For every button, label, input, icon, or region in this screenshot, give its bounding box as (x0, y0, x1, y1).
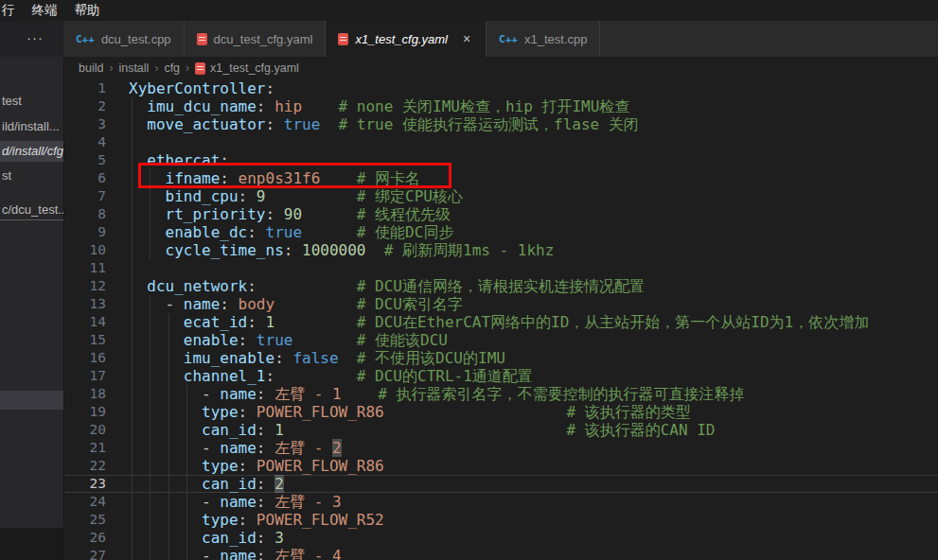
menu-item-2[interactable]: 帮助 (66, 0, 109, 21)
breadcrumb-segment-1[interactable]: install (118, 61, 149, 75)
indent-guide (186, 547, 187, 560)
token: true (247, 331, 292, 349)
indent-guide (168, 385, 169, 403)
line-number: 8 (64, 205, 106, 223)
code-line[interactable]: 16 imu_enable: false # 不使用该DCU的IMU (64, 349, 938, 367)
code-line[interactable]: 2 imu_dcu_name: hip # none 关闭IMU检查，hip 打… (64, 97, 938, 115)
token: : (266, 79, 275, 97)
indent-guide (150, 529, 150, 547)
line-content: enable: true # 使能该DCU (129, 331, 938, 349)
code-line[interactable]: 9 enable_dc: true # 使能DC同步 (64, 223, 938, 241)
line-content: - name: 左臂 - 4 (129, 547, 938, 560)
indent-guide (132, 403, 133, 421)
code-line[interactable]: 22 type: POWER_FLOW_R86 (64, 457, 938, 475)
token: enable_dc (129, 223, 247, 241)
token: # 刷新周期1ms - 1khz (365, 241, 554, 259)
editor[interactable]: build›install›cfg›x1_test_cfg.yaml 1Xybe… (63, 57, 938, 560)
tab-dcu_test_cfg_yaml[interactable]: dcu_test_cfg.yaml (185, 21, 327, 57)
indent-guide (150, 439, 150, 457)
sidebar-item-5[interactable]: c/dcu_test... (0, 200, 63, 220)
token: 左臂 - (266, 439, 333, 457)
code-line[interactable]: 8 rt_priority: 90 # 线程优先级 (64, 205, 938, 223)
code-line[interactable]: 14 ecat_id: 1 # DCU在EtherCAT网络中的ID，从主站开始… (64, 313, 938, 331)
code-line[interactable]: 24 - name: 左臂 - 3 (64, 493, 938, 511)
indent-guide (132, 385, 133, 403)
token: # 不使用该DCU的IMU (339, 349, 505, 367)
code-line[interactable]: 10 cycle_time_ns: 1000000 # 刷新周期1ms - 1k… (64, 241, 938, 259)
indent-guide (150, 457, 150, 475)
sidebar-highlight-band[interactable] (0, 391, 63, 410)
token: # 绑定CPU核心 (266, 187, 464, 205)
code-line[interactable]: 4 (64, 133, 938, 151)
indent-guide (132, 439, 133, 457)
code-line[interactable]: 5 ethercat: (64, 151, 938, 169)
line-content: XyberController: (129, 79, 938, 97)
tab-x1_test_cpp[interactable]: C++x1_test.cpp (487, 21, 600, 57)
token: : (247, 223, 257, 241)
line-content: type: POWER_FLOW_R52 (129, 511, 938, 529)
token: # none 关闭IMU检查，hip 打开IMU检查 (302, 97, 629, 115)
code-line[interactable]: 11 (64, 259, 938, 277)
code-line[interactable]: 3 move_actuator: true # true 使能执行器运动测试，f… (64, 115, 938, 133)
breadcrumb-segment-2[interactable]: cfg (164, 61, 180, 75)
indent-guide (132, 457, 133, 475)
line-content: can_id: 3 (129, 529, 938, 547)
more-actions-icon[interactable]: ··· (27, 29, 44, 45)
indent-guide (132, 169, 133, 187)
sidebar-item-4[interactable]: st (0, 166, 63, 186)
token: 左臂 - 1 (266, 385, 342, 403)
code-line[interactable]: 23 can_id: 2 (64, 475, 938, 493)
indent-guide (132, 313, 133, 331)
code-line[interactable]: 7 bind_cpu: 9 # 绑定CPU核心 (64, 187, 938, 205)
token: ethercat (129, 151, 220, 169)
indent-guide (150, 241, 150, 259)
sidebar-item-2[interactable]: ild/install... (0, 116, 63, 137)
code-line[interactable]: 1XyberController: (64, 79, 938, 97)
token: type (129, 403, 239, 421)
token: : (284, 241, 293, 259)
token: # 该执行器的CAN ID (284, 421, 716, 439)
token: type (129, 511, 239, 529)
line-number: 26 (64, 529, 106, 547)
token: : (220, 169, 229, 187)
code-line[interactable]: 15 enable: true # 使能该DCU (64, 331, 938, 349)
token: : (257, 385, 266, 403)
code-line[interactable]: 25 type: POWER_FLOW_R52 (64, 511, 938, 529)
breadcrumb-file[interactable]: x1_test_cfg.yaml (195, 61, 299, 75)
token: : (257, 439, 266, 457)
breadcrumb-file-label: x1_test_cfg.yaml (210, 61, 299, 75)
sidebar: testild/install...d/install/cfgstc/dcu_t… (0, 57, 63, 560)
close-icon[interactable]: × (460, 31, 473, 46)
token: : (239, 187, 248, 205)
sidebar-item-1[interactable]: test (0, 91, 63, 112)
menu-item-1[interactable]: 终端 (24, 0, 66, 21)
code-line[interactable]: 20 can_id: 1 # 该执行器的CAN ID (64, 421, 938, 439)
token: : (274, 349, 284, 367)
line-content: enable_dc: true # 使能DC同步 (129, 223, 938, 241)
menu-item-0[interactable]: 行 (0, 0, 24, 21)
code-line[interactable]: 21 - name: 左臂 - 2 (64, 439, 938, 457)
line-number: 25 (64, 511, 106, 529)
line-content: ethercat: (129, 151, 938, 169)
tab-x1_test_cfg_yaml[interactable]: x1_test_cfg.yaml× (326, 21, 487, 57)
code-line[interactable]: 18 - name: 左臂 - 1 # 执行器索引名字，不需要控制的执行器可直接… (64, 385, 938, 403)
indent-guide (186, 439, 187, 457)
token: 左臂 - 3 (266, 493, 342, 511)
token: move_actuator (129, 115, 266, 133)
breadcrumb-segment-0[interactable]: build (79, 61, 103, 75)
code-line[interactable]: 13 - name: body # DCU索引名字 (64, 295, 938, 313)
breadcrumb-separator: › (154, 61, 158, 75)
code-line[interactable]: 26 can_id: 3 (64, 529, 938, 547)
code-line[interactable]: 6 ifname: enp0s31f6 # 网卡名 (64, 169, 938, 187)
sidebar-item-3[interactable]: d/install/cfg (0, 141, 63, 162)
code-line[interactable]: 27 - name: 左臂 - 4 (64, 547, 938, 560)
code-line[interactable]: 17 channel_1: # DCU的CTRL-1通道配置 (64, 367, 938, 385)
line-number: 7 (64, 187, 106, 205)
token: - (129, 295, 184, 313)
token: 1 (266, 421, 284, 439)
code-line[interactable]: 12 dcu_network: # DCU通信网络，请根据实机连接情况配置 (64, 277, 938, 295)
indent-guide (150, 313, 150, 331)
code-line[interactable]: 19 type: POWER_FLOW_R86 # 该执行器的类型 (64, 403, 938, 421)
tab-dcu_test_cpp[interactable]: C++dcu_test.cpp (63, 21, 185, 57)
token: - (129, 439, 220, 457)
